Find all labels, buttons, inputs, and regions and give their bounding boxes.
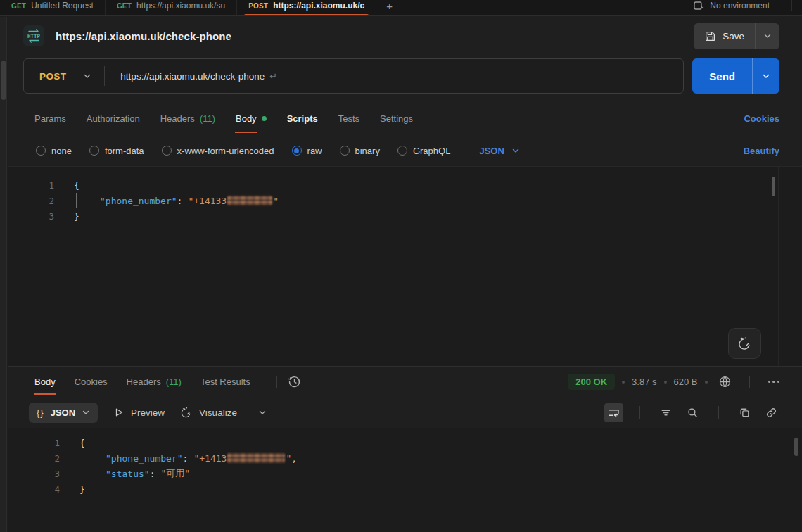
format-options-button[interactable] <box>255 405 270 420</box>
chevron-down-icon <box>763 32 772 40</box>
wrap-lines-icon <box>608 407 620 419</box>
line-number: 1 <box>8 438 60 448</box>
more-options-icon[interactable] <box>764 381 784 384</box>
response-tab-body[interactable]: Body <box>34 376 56 387</box>
return-key-hint: ↵ <box>269 71 277 82</box>
preview-button[interactable]: Preview <box>113 407 165 418</box>
radio-circle[interactable] <box>162 146 172 156</box>
request-tab-2[interactable]: GET https://api.xiaomu.uk/su <box>106 0 237 16</box>
radio-binary[interactable]: binary <box>340 146 380 156</box>
response-format-dropdown[interactable]: {} JSON <box>29 403 98 423</box>
indent-guide <box>82 450 106 466</box>
new-tab-button[interactable]: + <box>376 0 402 16</box>
send-button[interactable]: Send <box>692 58 752 94</box>
globe-icon <box>718 375 732 388</box>
radio-circle[interactable] <box>397 146 407 156</box>
link-button[interactable] <box>762 403 781 422</box>
search-button[interactable] <box>683 403 702 422</box>
indent-guide <box>76 193 100 208</box>
workspace-tab-bar: GET Untitled Request GET https://api.xia… <box>0 0 802 16</box>
chevron-down-icon <box>83 72 91 80</box>
save-button[interactable]: Save <box>694 23 755 49</box>
code-line: 4 } <box>8 481 802 497</box>
response-time[interactable]: 3.87 s <box>632 376 656 387</box>
radio-circle-selected[interactable] <box>292 146 302 156</box>
format-selector[interactable]: JSON <box>479 146 519 156</box>
divider <box>791 0 792 11</box>
tab-body[interactable]: Body <box>236 113 267 124</box>
line-number: 3 <box>8 211 54 222</box>
method-value: POST <box>39 71 66 82</box>
method-selector[interactable]: POST <box>24 71 104 82</box>
line-number: 2 <box>8 453 60 464</box>
radio-circle[interactable] <box>340 146 350 156</box>
format-value: JSON <box>479 146 504 156</box>
chevron-down-icon <box>258 408 267 417</box>
send-options-button[interactable] <box>752 58 779 94</box>
code-line: 3 "status":"可用" <box>8 466 802 481</box>
play-icon <box>113 407 125 418</box>
tab-label: Untitled Request <box>31 1 94 11</box>
body-type-row: none form-data x-www-form-urlencoded raw… <box>8 135 802 166</box>
response-tab-headers[interactable]: Headers (11) <box>127 376 182 387</box>
status-badge[interactable]: 200 OK <box>568 374 615 390</box>
left-sidebar-rail[interactable] <box>0 17 7 532</box>
save-label: Save <box>723 31 744 42</box>
radio-x-www-form-urlencoded[interactable]: x-www-form-urlencoded <box>162 146 274 156</box>
tab-settings[interactable]: Settings <box>380 113 413 124</box>
filter-button[interactable] <box>656 403 675 422</box>
redacted-phone-digits <box>227 196 272 205</box>
line-number: 2 <box>8 196 54 206</box>
beautify-link[interactable]: Beautify <box>744 146 779 156</box>
sparkle-wand-icon <box>180 406 193 419</box>
save-button-group: Save <box>694 23 779 49</box>
tab-label: https://api.xiaomu.uk/su <box>136 1 225 11</box>
code-line: 2 "phone_number":"+14133" <box>8 193 802 208</box>
save-options-button[interactable] <box>755 23 779 49</box>
request-tab-active[interactable]: POST https://api.xiaomu.uk/c <box>237 0 376 16</box>
tab-scripts[interactable]: Scripts <box>287 113 318 124</box>
editor-scrollbar[interactable] <box>772 177 775 196</box>
divider <box>639 406 640 419</box>
divider <box>749 376 750 388</box>
radio-circle[interactable] <box>89 146 99 156</box>
chevron-down-icon <box>762 72 770 80</box>
wrap-lines-button[interactable] <box>604 403 623 422</box>
response-scrollbar[interactable] <box>794 438 798 456</box>
format-label: JSON <box>51 407 75 418</box>
modified-dot <box>262 116 267 121</box>
cookies-link[interactable]: Cookies <box>744 113 779 124</box>
response-tab-cookies[interactable]: Cookies <box>75 376 108 387</box>
url-input[interactable]: https://api.xiaomu.uk/check-phone <box>105 71 265 82</box>
tab-tests[interactable]: Tests <box>338 113 359 124</box>
response-history-button[interactable] <box>284 372 305 392</box>
svg-text:HTTP: HTTP <box>27 33 41 39</box>
response-size[interactable]: 620 B <box>674 376 698 387</box>
copy-button[interactable] <box>735 403 754 422</box>
copy-icon <box>739 407 751 419</box>
postbot-button[interactable] <box>728 328 761 359</box>
divider <box>276 376 277 388</box>
environment-selector[interactable]: No environment <box>682 0 802 16</box>
divider <box>718 406 719 419</box>
tab-headers[interactable]: Headers (11) <box>160 113 215 124</box>
response-header: Body Cookies Headers (11) Test Results 2… <box>8 367 802 397</box>
tab-params[interactable]: Params <box>34 113 66 124</box>
response-tab-test-results[interactable]: Test Results <box>200 376 250 387</box>
radio-raw[interactable]: raw <box>292 146 322 156</box>
radio-graphql[interactable]: GraphQL <box>397 146 450 156</box>
sidebar-scroll-thumb[interactable] <box>1 61 6 100</box>
response-body-viewer[interactable]: 1 { 2 "phone_number":"+1413", 3 "status"… <box>8 428 802 532</box>
request-tab-untitled[interactable]: GET Untitled Request <box>0 0 106 16</box>
tab-authorization[interactable]: Authorization <box>87 113 140 124</box>
request-body-editor[interactable]: 1 { 2 "phone_number":"+14133" 3 } <box>8 166 802 367</box>
radio-none[interactable]: none <box>36 146 72 156</box>
network-info-button[interactable] <box>715 372 735 392</box>
send-button-group: Send <box>692 58 779 94</box>
visualize-button[interactable]: Visualize <box>180 406 237 419</box>
indent-guide <box>82 466 106 481</box>
method-badge: GET <box>117 2 132 10</box>
app-window: GET Untitled Request GET https://api.xia… <box>0 0 802 532</box>
radio-form-data[interactable]: form-data <box>89 146 144 156</box>
radio-circle[interactable] <box>36 146 46 156</box>
